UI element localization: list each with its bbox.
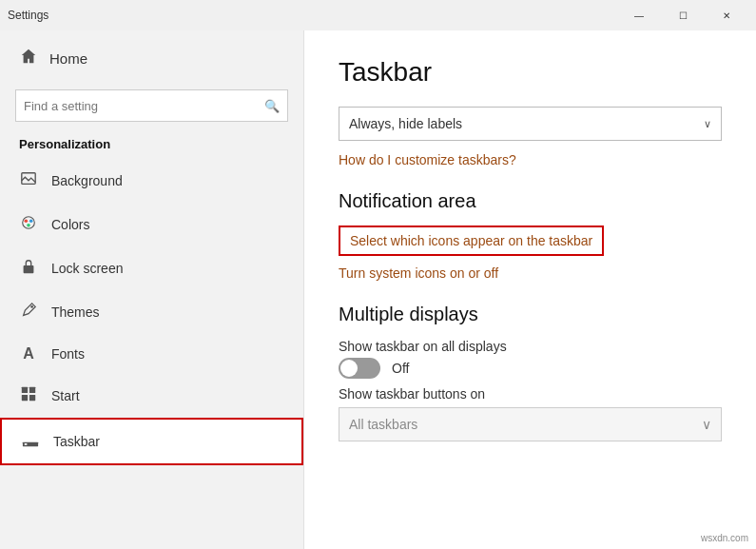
colors-icon (19, 214, 38, 235)
svg-point-1 (25, 219, 29, 223)
page-title: Taskbar (339, 57, 722, 88)
taskbar-dropdown-row: Always, hide labels ∨ (339, 107, 722, 141)
svg-rect-6 (22, 387, 28, 393)
svg-rect-4 (24, 265, 34, 273)
start-label: Start (51, 388, 80, 403)
taskbar-buttons-dropdown-value: All taskbars (349, 417, 417, 432)
taskbar-label: Taskbar (53, 434, 100, 449)
sidebar-item-home[interactable]: Home (0, 30, 303, 86)
home-icon (19, 48, 38, 69)
select-icons-link[interactable]: Select which icons appear on the taskbar (339, 225, 604, 256)
titlebar: Settings — ☐ ✕ (0, 0, 756, 30)
multiple-displays-section: Multiple displays Show taskbar on all di… (339, 304, 722, 441)
maximize-button[interactable]: ☐ (661, 0, 705, 30)
background-label: Background (51, 173, 123, 188)
titlebar-title: Settings (8, 9, 48, 22)
taskbar-dropdown[interactable]: Always, hide labels ∨ (339, 107, 722, 141)
svg-point-3 (27, 224, 30, 227)
close-button[interactable]: ✕ (705, 0, 748, 30)
show-buttons-label: Show taskbar buttons on (339, 386, 722, 402)
svg-rect-11 (25, 443, 28, 445)
notification-area-section: Notification area Select which icons app… (339, 190, 722, 281)
minimize-button[interactable]: — (617, 0, 661, 30)
svg-rect-9 (29, 395, 35, 401)
search-icon: 🔍 (264, 99, 280, 113)
colors-label: Colors (51, 217, 89, 232)
sidebar-item-lockscreen[interactable]: Lock screen (0, 246, 303, 290)
start-icon (19, 385, 38, 406)
fonts-label: Fonts (51, 346, 85, 362)
search-input[interactable] (24, 99, 264, 113)
svg-rect-7 (29, 387, 35, 393)
sidebar: Home 🔍 Personalization Background Colors (0, 30, 304, 549)
svg-point-5 (30, 305, 33, 308)
background-icon (19, 170, 38, 191)
sidebar-section-label: Personalization (0, 133, 303, 159)
sidebar-item-themes[interactable]: Themes (0, 290, 303, 334)
turn-off-link[interactable]: Turn system icons on or off (339, 265, 722, 281)
notification-area-title: Notification area (339, 190, 722, 212)
home-label: Home (49, 50, 87, 67)
taskbar-buttons-dropdown: All taskbars ∨ (339, 407, 722, 441)
toggle-knob (340, 360, 358, 377)
lockscreen-icon (19, 258, 38, 279)
customize-taskbars-link[interactable]: How do I customize taskbars? (339, 152, 722, 167)
titlebar-controls: — ☐ ✕ (617, 0, 748, 30)
lockscreen-label: Lock screen (51, 261, 123, 276)
content-area: Taskbar Always, hide labels ∨ How do I c… (304, 30, 756, 549)
svg-rect-8 (22, 395, 28, 401)
dropdown-arrow-icon: ∨ (704, 118, 711, 130)
search-box[interactable]: 🔍 (15, 89, 288, 122)
show-taskbar-toggle[interactable] (339, 358, 380, 379)
fonts-icon: A (19, 345, 38, 363)
sidebar-item-background[interactable]: Background (0, 159, 303, 203)
taskbar-icon (21, 431, 40, 452)
taskbar-dropdown-value: Always, hide labels (349, 116, 462, 131)
toggle-row: Off (339, 358, 722, 379)
show-taskbar-label: Show taskbar on all displays (339, 339, 722, 354)
sidebar-item-start[interactable]: Start (0, 374, 303, 418)
themes-label: Themes (51, 304, 100, 320)
app-body: Home 🔍 Personalization Background Colors (0, 30, 756, 549)
sidebar-item-taskbar[interactable]: Taskbar (0, 418, 303, 465)
themes-icon (19, 302, 38, 323)
svg-point-2 (29, 219, 33, 223)
sidebar-item-fonts[interactable]: A Fonts (0, 334, 303, 374)
toggle-state: Off (392, 361, 409, 376)
taskbar-buttons-arrow-icon: ∨ (702, 417, 711, 432)
sidebar-item-colors[interactable]: Colors (0, 203, 303, 246)
multiple-displays-title: Multiple displays (339, 304, 722, 325)
